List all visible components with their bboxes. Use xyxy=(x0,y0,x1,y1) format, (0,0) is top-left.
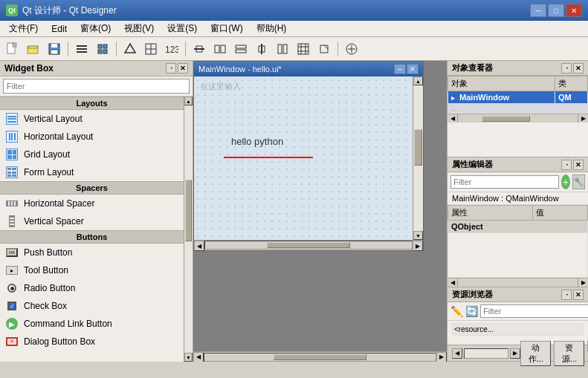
pe-wrench-button[interactable]: 🔧 xyxy=(572,175,585,189)
widget-filter-input[interactable] xyxy=(3,79,190,94)
widget-item-check-box[interactable]: ✓ Check Box xyxy=(0,297,184,315)
mdi-close-btn[interactable]: ✕ xyxy=(407,64,419,74)
tb-btn-4[interactable] xyxy=(141,39,161,59)
tb-btn-11[interactable] xyxy=(294,39,313,59)
canvas-scroll-right[interactable]: ▶ xyxy=(436,352,447,362)
widget-item-push-button[interactable]: OK Push Button xyxy=(0,244,184,261)
rb-close-btn[interactable]: ✕ xyxy=(573,290,584,300)
mdi-scroll-thumb[interactable] xyxy=(414,129,422,166)
pencil-icon[interactable]: ✏️ xyxy=(450,305,463,317)
menu-file[interactable]: 文件(F) xyxy=(3,21,44,36)
object-row-mainwindow[interactable]: ▸ MainWindow QM xyxy=(448,91,588,104)
mdi-scrollbar-h[interactable]: ◀ ▶ xyxy=(194,240,423,250)
object-inspector: 对象查看器 ⬝ ✕ 对象 类 ▸ MainWi xyxy=(448,61,588,157)
widget-item-tool-button[interactable]: ▸ Tool Button xyxy=(0,261,184,279)
property-table: 属性 值 QObject xyxy=(448,205,588,278)
menu-settings[interactable]: 设置(S) xyxy=(161,21,203,36)
title-controls[interactable]: ─ □ ✕ xyxy=(530,4,582,17)
mdi-scroll-up[interactable]: ▲ xyxy=(413,76,423,85)
scroll-up-btn[interactable]: ▲ xyxy=(184,97,193,105)
widget-scrollbar[interactable]: ▲ ▼ xyxy=(184,97,193,362)
mdi-scroll-down[interactable]: ▼ xyxy=(413,231,423,240)
widget-box-close-btn[interactable]: ✕ xyxy=(178,63,188,74)
resource-item[interactable]: <resource... xyxy=(452,323,584,336)
res-action-button[interactable]: 动作... xyxy=(520,341,551,366)
mdi-hscroll-thumb[interactable] xyxy=(267,242,349,248)
oi-hscroll-thumb[interactable] xyxy=(482,116,529,122)
new-button[interactable] xyxy=(3,39,22,59)
close-button[interactable]: ✕ xyxy=(566,4,582,17)
save-button[interactable] xyxy=(45,39,64,59)
pe-filter-input[interactable] xyxy=(450,175,559,189)
object-inspector-controls[interactable]: ⬝ ✕ xyxy=(561,63,584,74)
tb-btn-10[interactable] xyxy=(273,39,292,59)
scroll-thumb[interactable] xyxy=(185,180,192,241)
tb-btn-13[interactable] xyxy=(342,39,361,59)
widget-item-command-link-button[interactable]: ▶ Command Link Button xyxy=(0,315,184,333)
tb-btn-2[interactable] xyxy=(93,39,112,59)
canvas-scroll-left[interactable]: ◀ xyxy=(193,352,204,362)
pe-add-button[interactable]: + xyxy=(561,175,570,189)
pe-float-btn[interactable]: ⬝ xyxy=(561,160,572,170)
tb-btn-9[interactable] xyxy=(252,39,271,59)
widget-item-vertical-spacer[interactable]: Vertical Spacer xyxy=(0,212,184,230)
property-editor-controls[interactable]: ⬝ ✕ xyxy=(561,160,584,170)
tb-btn-1[interactable] xyxy=(72,39,91,59)
oi-float-btn[interactable]: ⬝ xyxy=(561,63,572,74)
refresh-icon[interactable]: 🔄 xyxy=(465,305,478,317)
oi-hscroll-track xyxy=(458,114,578,123)
mdi-scroll-left[interactable]: ◀ xyxy=(194,241,204,251)
maximize-button[interactable]: □ xyxy=(548,4,564,17)
resource-browser-controls[interactable]: ⬝ ✕ xyxy=(561,290,584,300)
scroll-track xyxy=(184,105,193,353)
open-button[interactable] xyxy=(24,39,43,59)
mdi-scrollbar-v[interactable]: ▲ ▼ xyxy=(413,76,423,240)
pe-section-qobject: QObject xyxy=(448,221,588,233)
tb-btn-5[interactable]: 123 xyxy=(162,39,181,59)
res-resource-button[interactable]: 资源... xyxy=(554,341,584,366)
oi-scroll-left[interactable]: ◀ xyxy=(448,114,458,123)
scroll-down-btn[interactable]: ▼ xyxy=(184,353,193,362)
res-filter-input[interactable] xyxy=(480,304,588,318)
canvas-hscroll-thumb[interactable] xyxy=(274,354,366,360)
tb-btn-8[interactable] xyxy=(231,39,251,59)
pe-close-btn[interactable]: ✕ xyxy=(573,160,584,170)
widget-item-dialog-button-box[interactable]: ✕ Dialog Button Box xyxy=(0,333,184,351)
menu-edit[interactable]: Edit xyxy=(45,22,73,36)
tb-btn-3[interactable] xyxy=(120,39,140,59)
widget-box-controls[interactable]: ⬝ ✕ xyxy=(166,63,188,74)
menu-form[interactable]: 窗体(O) xyxy=(74,21,117,36)
widget-item-horizontal-layout[interactable]: Horizontal Layout xyxy=(0,128,184,146)
pe-scroll-left[interactable]: ◀ xyxy=(448,278,458,287)
rb-float-btn[interactable]: ⬝ xyxy=(561,290,572,300)
menu-window[interactable]: 窗口(W) xyxy=(204,21,248,36)
mdi-canvas[interactable]: 在这里输入 hello python xyxy=(194,76,423,240)
menu-view[interactable]: 视图(V) xyxy=(118,21,160,36)
tb-btn-12[interactable] xyxy=(314,39,334,59)
minimize-button[interactable]: ─ xyxy=(530,4,546,17)
mdi-scroll-right[interactable]: ▶ xyxy=(413,241,423,251)
canvas-hscroll-track xyxy=(204,353,436,362)
widget-box-float-btn[interactable]: ⬝ xyxy=(166,63,176,74)
mdi-scroll-track xyxy=(413,85,423,231)
res-scroll-right[interactable]: ▶ xyxy=(510,348,520,359)
widget-item-grid-layout[interactable]: Grid Layout xyxy=(0,146,184,163)
canvas-wrapper[interactable]: MainWindow - hello.ui* ─ ✕ 在这里输入 hello p… xyxy=(193,61,447,351)
widget-item-radio-button[interactable]: Radio Button xyxy=(0,279,184,297)
widget-item-horizontal-spacer[interactable]: Horizontal Spacer xyxy=(0,195,184,212)
canvas-scrollbar-h[interactable]: ◀ ▶ xyxy=(193,351,447,362)
pe-scroll-right[interactable]: ▶ xyxy=(578,278,588,287)
widget-item-form-layout[interactable]: Form Layout xyxy=(0,163,184,181)
widget-item-vertical-layout[interactable]: Vertical Layout xyxy=(0,110,184,128)
menu-help[interactable]: 帮助(H) xyxy=(251,21,293,36)
res-footer-buttons: 动作... 资源... ◀ ▶ xyxy=(520,341,588,366)
oi-scroll-right[interactable]: ▶ xyxy=(578,114,588,123)
tb-btn-6[interactable] xyxy=(190,39,209,59)
mdi-controls[interactable]: ─ ✕ xyxy=(394,64,419,74)
svg-rect-9 xyxy=(77,51,87,53)
oi-close-btn[interactable]: ✕ xyxy=(573,63,584,74)
res-scroll-left[interactable]: ◀ xyxy=(452,348,462,359)
layout-grid-icon xyxy=(4,147,19,162)
tb-btn-7[interactable] xyxy=(210,39,230,59)
mdi-minimize-btn[interactable]: ─ xyxy=(394,64,406,74)
